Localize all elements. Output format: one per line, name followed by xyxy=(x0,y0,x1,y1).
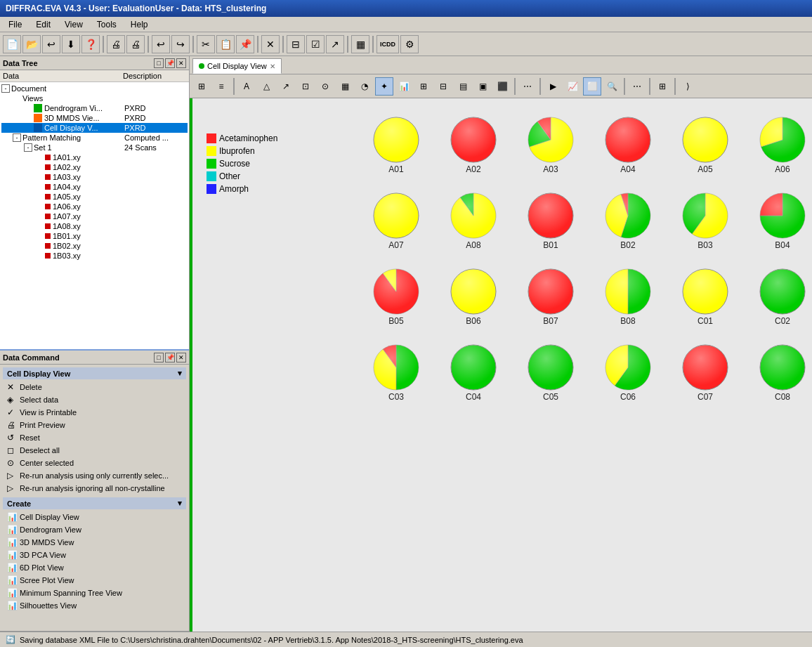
tree-row[interactable]: 1A06.xy xyxy=(1,202,188,211)
tree-row[interactable]: 1B03.xy xyxy=(1,251,188,261)
command-item[interactable]: ▷Re-run analysis using only currently se… xyxy=(3,469,186,482)
tree-row[interactable]: 1A01.xy xyxy=(1,152,188,162)
toolbar-print2[interactable]: 🖨 xyxy=(126,35,145,53)
command-item[interactable]: ◻Deselect all xyxy=(3,444,186,457)
create-item[interactable]: 📊Silhouettes View xyxy=(3,599,186,612)
toolbar-btn3[interactable]: ↩ xyxy=(42,35,60,53)
tree-row[interactable]: -Pattern MatchingComputed ... xyxy=(1,133,188,143)
toolbar-stop[interactable]: ✕ xyxy=(261,35,280,53)
menu-edit[interactable]: Edit xyxy=(30,18,56,31)
toolbar-btn4[interactable]: ⬇ xyxy=(62,35,80,53)
cell-item[interactable]: C06 xyxy=(593,340,663,402)
cell-item[interactable]: A02 xyxy=(438,112,509,174)
tree-row[interactable]: Dendrogram Vi...PXRD xyxy=(1,103,188,113)
cell-item[interactable]: A01 xyxy=(361,112,431,174)
cell-item[interactable]: B04 xyxy=(747,188,812,250)
create-item[interactable]: 📊Minimum Spanning Tree View xyxy=(3,587,186,599)
cell-item[interactable]: A04 xyxy=(593,112,663,174)
tree-row[interactable]: 1B02.xy xyxy=(1,241,188,251)
cell-item[interactable]: C07 xyxy=(670,340,740,402)
view-btn-bar[interactable]: ▦ xyxy=(336,77,354,96)
cell-item[interactable]: C04 xyxy=(438,340,509,402)
toolbar-settings[interactable]: ⚙ xyxy=(400,35,419,53)
view-btn-end[interactable]: ⋯ xyxy=(628,77,646,96)
cell-item[interactable]: A08 xyxy=(438,188,509,250)
menu-help[interactable]: Help xyxy=(125,18,154,31)
create-section[interactable]: Create ▾ xyxy=(3,497,186,509)
view-btn-list[interactable]: ≡ xyxy=(212,77,230,96)
view-btn-pie[interactable]: ◔ xyxy=(355,77,374,96)
cell-item[interactable]: A07 xyxy=(361,188,431,250)
tree-row[interactable]: -Document xyxy=(1,84,188,93)
toolbar-copy[interactable]: 📋 xyxy=(216,35,235,53)
tree-toggle[interactable]: - xyxy=(13,133,21,142)
view-btn-t3[interactable]: ▤ xyxy=(454,77,472,96)
tree-toggle[interactable]: - xyxy=(1,84,10,93)
view-btn-chart2[interactable]: 📈 xyxy=(563,77,582,96)
toolbar-new[interactable]: 📄 xyxy=(3,35,21,53)
view-btn-zoom[interactable]: 🔍 xyxy=(603,77,621,96)
toolbar-print[interactable]: 🖨 xyxy=(107,35,125,53)
view-btn-t4[interactable]: ▣ xyxy=(473,77,492,96)
cell-item[interactable]: A03 xyxy=(516,112,586,174)
toolbar-cut[interactable]: ✂ xyxy=(197,35,215,53)
view-btn-cursor[interactable]: ↗ xyxy=(277,77,295,96)
toolbar-btn6[interactable]: ⊟ xyxy=(287,35,305,53)
view-btn-table[interactable]: ⊞ xyxy=(414,77,433,96)
tree-row[interactable]: 1A03.xy xyxy=(1,172,188,182)
view-btn-play[interactable]: ▶ xyxy=(544,77,562,96)
view-btn-layout[interactable]: ⊞ xyxy=(653,77,672,96)
command-item[interactable]: ↺Reset xyxy=(3,431,186,444)
command-item[interactable]: ◈Select data xyxy=(3,393,186,406)
create-item[interactable]: 📊Dendrogram View xyxy=(3,523,186,536)
cell-item[interactable]: B06 xyxy=(438,264,509,326)
view-btn-window[interactable]: ⬜ xyxy=(583,77,601,96)
tree-toggle[interactable]: - xyxy=(24,143,32,152)
view-btn-line[interactable]: 📊 xyxy=(395,77,413,96)
data-tree-pin[interactable]: 📌 xyxy=(165,58,175,68)
create-item[interactable]: 📊3D MMDS View xyxy=(3,536,186,549)
tree-row[interactable]: 1A08.xy xyxy=(1,221,188,231)
view-btn-lasso[interactable]: ⊙ xyxy=(316,77,334,96)
command-item[interactable]: ✕Delete xyxy=(3,381,186,393)
tree-row[interactable]: Views xyxy=(1,93,188,103)
command-item[interactable]: 🖨Print Preview xyxy=(3,419,186,431)
data-tree-restore[interactable]: □ xyxy=(154,58,164,68)
data-command-restore[interactable]: □ xyxy=(154,353,164,362)
cell-item[interactable]: B08 xyxy=(593,264,663,326)
view-btn-scatter[interactable]: ✦ xyxy=(375,77,393,96)
view-btn-t5[interactable]: ⬛ xyxy=(493,77,511,96)
toolbar-paste[interactable]: 📌 xyxy=(236,35,254,53)
tree-row[interactable]: -Set 124 Scans xyxy=(1,143,188,152)
tree-row[interactable]: 1A02.xy xyxy=(1,162,188,172)
tree-row[interactable]: 1A07.xy xyxy=(1,211,188,221)
cell-item[interactable]: C02 xyxy=(747,264,812,326)
toolbar-btn9[interactable]: ▦ xyxy=(351,35,369,53)
menu-tools[interactable]: Tools xyxy=(91,18,122,31)
cell-item[interactable]: B07 xyxy=(516,264,586,326)
tab-cell-display-view[interactable]: Cell Display View ✕ xyxy=(192,58,282,74)
view-btn-more[interactable]: ⋯ xyxy=(518,77,537,96)
cell-item[interactable]: B02 xyxy=(593,188,663,250)
cell-item[interactable]: C03 xyxy=(361,340,431,402)
data-command-close[interactable]: ✕ xyxy=(176,353,186,362)
cell-item[interactable]: B05 xyxy=(361,264,431,326)
view-btn-triangle[interactable]: △ xyxy=(257,77,275,96)
data-tree-close[interactable]: ✕ xyxy=(176,58,186,68)
toolbar-icdd[interactable]: ICDD xyxy=(376,35,399,53)
cell-item[interactable]: A06 xyxy=(747,112,812,174)
create-item[interactable]: 📊3D PCA View xyxy=(3,549,186,561)
data-command-pin[interactable]: 📌 xyxy=(165,353,175,362)
command-item[interactable]: ✓View is Printable xyxy=(3,406,186,419)
toolbar-btn5[interactable]: ❓ xyxy=(81,35,100,53)
toolbar-redo[interactable]: ↪ xyxy=(171,35,190,53)
menu-view[interactable]: View xyxy=(59,18,89,31)
command-item[interactable]: ▷Re-run analysis ignoring all non-crysta… xyxy=(3,482,186,495)
view-btn-select[interactable]: ⊡ xyxy=(296,77,315,96)
tree-row[interactable]: 1A05.xy xyxy=(1,192,188,202)
cell-display-view-section[interactable]: Cell Display View ▾ xyxy=(3,367,186,379)
toolbar-btn7[interactable]: ☑ xyxy=(306,35,325,53)
cell-item[interactable]: C05 xyxy=(516,340,586,402)
cell-item[interactable]: B01 xyxy=(516,188,586,250)
view-btn-grid[interactable]: ⊞ xyxy=(192,77,211,96)
